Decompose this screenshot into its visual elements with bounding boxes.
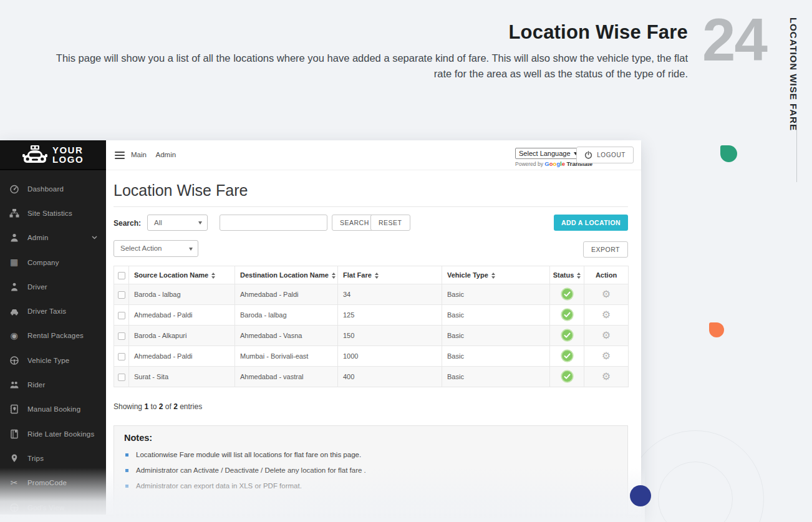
search-input[interactable] [220, 215, 327, 231]
table-row: Ahmedabad - Paldi Mumbai - Borivali-east… [114, 346, 629, 367]
table-row: Baroda - lalbag Ahmedabad - Paldi 34 Bas… [114, 284, 629, 305]
notes-heading: Notes: [124, 433, 617, 443]
row-checkbox[interactable] [118, 332, 125, 340]
status-active-icon[interactable] [561, 329, 574, 342]
driver-icon [9, 281, 19, 292]
powered-by-google-translate: Powered by Google Translate [515, 160, 581, 167]
sidebar: YOUR LOGO Dashboard Site Statistics [0, 140, 106, 515]
row-checkbox[interactable] [118, 353, 125, 360]
breadcrumb-admin[interactable]: Admin [156, 151, 176, 158]
row-checkbox[interactable] [118, 374, 125, 381]
sidebar-item-vehicle-type[interactable]: Vehicle Type [0, 348, 106, 372]
screenshot-fade [0, 468, 645, 522]
steering-wheel-icon [9, 355, 19, 365]
manual-booking-icon [9, 404, 19, 415]
sort-icon [211, 273, 215, 279]
logout-button[interactable]: LOGOUT [576, 147, 634, 163]
decor-ring-large [627, 430, 764, 522]
header-destination[interactable]: Destination Location Name [235, 266, 338, 284]
reset-button[interactable]: RESET [370, 215, 410, 231]
select-all-checkbox[interactable] [118, 272, 125, 279]
site-statistics-icon [9, 208, 19, 218]
power-icon [584, 151, 592, 159]
settings-gear-icon[interactable]: ⚙ [602, 371, 611, 382]
sidebar-item-site-statistics[interactable]: Site Statistics [0, 201, 106, 225]
sidebar-item-ride-later-bookings[interactable]: Ride Later Bookings [0, 422, 106, 446]
select-caret-icon [198, 221, 202, 225]
header-flat-fare[interactable]: Flat Fare [338, 266, 442, 284]
status-active-icon[interactable] [561, 288, 574, 301]
sort-icon [375, 273, 379, 279]
riders-group-icon [9, 380, 19, 390]
sort-icon [577, 273, 581, 279]
header-vehicle-type[interactable]: Vehicle Type [442, 266, 550, 284]
bulk-action-select[interactable]: Select Action [114, 240, 198, 257]
header-source[interactable]: Source Location Name [129, 266, 235, 284]
settings-gear-icon[interactable]: ⚙ [602, 289, 611, 299]
sort-icon [491, 273, 495, 279]
admin-icon [9, 233, 19, 243]
note-bullet-icon [125, 453, 128, 457]
add-location-button[interactable]: ADD A LOCATION [554, 215, 628, 231]
main-content: Location Wise Fare Search: All SEARCH RE… [106, 170, 641, 515]
sidebar-item-rental-packages[interactable]: ◉ Rental Packages [0, 324, 106, 348]
side-divider-line [796, 120, 797, 182]
row-checkbox[interactable] [118, 312, 125, 319]
entries-summary: Showing 1 to 2 of 2 entries [114, 402, 202, 411]
dashboard-icon [9, 183, 19, 194]
search-label: Search: [114, 219, 141, 228]
rental-packages-icon: ◉ [9, 331, 19, 341]
sidebar-item-driver-taxis[interactable]: Driver Taxis [0, 299, 106, 323]
table-row: Ahmedabad - Paldi Baroda - lalbag 125 Ba… [114, 305, 629, 326]
export-button[interactable]: EXPORT [583, 241, 628, 258]
page-title: Location Wise Fare [114, 181, 248, 200]
fare-table: Source Location Name Destination Locatio… [114, 266, 629, 387]
ride-later-icon [9, 428, 19, 439]
header-action: Action [584, 266, 629, 284]
select-caret-icon [189, 248, 193, 251]
status-active-icon[interactable] [561, 349, 574, 362]
decor-blue-circle [630, 485, 651, 506]
decor-teal-drop [720, 145, 737, 162]
search-filter-select[interactable]: All [147, 215, 208, 231]
side-label: LOCATION WISE FARE [788, 17, 799, 131]
admin-panel-screenshot: YOUR LOGO Dashboard Site Statistics [0, 140, 641, 515]
doc-title: Location Wise Fare [508, 21, 688, 44]
decor-orange-drop [709, 322, 724, 337]
page: Location Wise Fare This page will show y… [0, 0, 812, 522]
settings-gear-icon[interactable]: ⚙ [602, 350, 611, 361]
sidebar-item-driver[interactable]: Driver [0, 274, 106, 299]
company-icon: ▦ [9, 257, 19, 268]
settings-gear-icon[interactable]: ⚙ [602, 330, 611, 341]
taxi-logo-icon [22, 145, 47, 164]
logo[interactable]: YOUR LOGO [0, 140, 106, 170]
note-item: Locationwise Fare module will list all l… [124, 451, 617, 458]
settings-gear-icon[interactable]: ⚙ [602, 309, 611, 320]
sidebar-item-dashboard[interactable]: Dashboard [0, 176, 106, 201]
chapter-number: 24 [702, 10, 766, 70]
breadcrumb-main[interactable]: Main [131, 151, 147, 158]
hamburger-menu-icon[interactable] [115, 152, 125, 159]
trips-pin-icon [9, 453, 19, 463]
logo-text: YOUR LOGO [52, 145, 84, 164]
topbar: Main Admin Select Language Powered by Go… [106, 140, 641, 170]
doc-description: This page will show you a list of all th… [53, 51, 688, 82]
table-row: Baroda - Alkapuri Ahmedabad - Vasna 150 … [114, 326, 629, 346]
breadcrumb: Main Admin [131, 151, 183, 158]
sidebar-item-admin[interactable]: Admin [0, 226, 106, 250]
sidebar-item-manual-booking[interactable]: Manual Booking [0, 397, 106, 422]
sidebar-item-company[interactable]: ▦ Company [0, 250, 106, 274]
title-divider [114, 206, 628, 207]
language-select[interactable]: Select Language [515, 148, 581, 159]
sidebar-item-rider[interactable]: Rider [0, 372, 106, 397]
table-header-row: Source Location Name Destination Locatio… [114, 266, 629, 284]
status-active-icon[interactable] [561, 370, 574, 383]
table-row: Surat - Sita Ahmedabad - vastral 400 Bas… [114, 367, 629, 387]
taxi-icon [9, 306, 19, 317]
chevron-down-icon [92, 236, 97, 239]
status-active-icon[interactable] [561, 308, 574, 321]
sort-icon [332, 273, 336, 279]
sidebar-item-trips[interactable]: Trips [0, 446, 106, 470]
header-status[interactable]: Status [550, 266, 584, 284]
row-checkbox[interactable] [118, 291, 125, 299]
